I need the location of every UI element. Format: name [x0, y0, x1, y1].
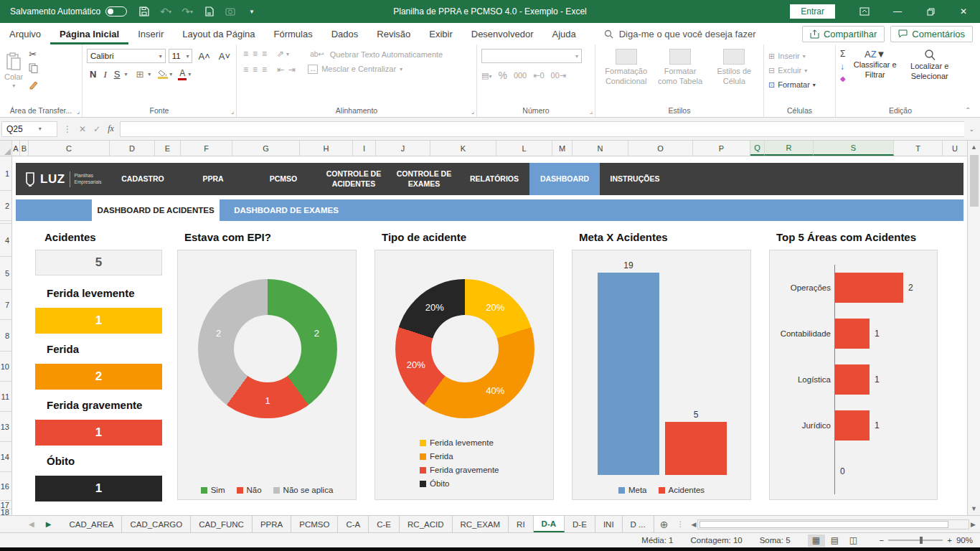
chart-top5-card[interactable]: Operações 2 Contabilidade 1 Logística 1 … — [769, 250, 938, 500]
row-header[interactable]: 7 — [0, 290, 11, 320]
font-name-select[interactable]: Calibri▾ — [87, 49, 166, 63]
column-header[interactable]: O — [628, 141, 693, 156]
insert-function-icon[interactable]: fx — [108, 123, 114, 134]
column-header-selected[interactable]: S — [814, 141, 894, 156]
hscroll-right-icon[interactable]: ▶ — [971, 521, 976, 528]
column-header[interactable]: D — [110, 141, 155, 156]
page-layout-view-icon[interactable]: ▤ — [826, 534, 844, 547]
page-break-view-icon[interactable]: ◫ — [845, 534, 862, 547]
tab-ajuda[interactable]: Ajuda — [542, 23, 585, 44]
nav-item-dashboard[interactable]: DASHBOARD — [529, 163, 600, 195]
column-header[interactable]: I — [353, 141, 376, 156]
cell-styles-button[interactable]: Estilos de Célula — [708, 49, 760, 104]
grow-font-icon[interactable]: A˄ — [195, 51, 212, 62]
scroll-down-icon[interactable]: ▼ — [968, 502, 980, 515]
print-preview-icon[interactable] — [203, 6, 215, 17]
percent-style-icon[interactable]: % — [498, 70, 507, 81]
vertical-scroll-thumb[interactable] — [970, 155, 979, 207]
fill-color-icon[interactable] — [158, 70, 168, 79]
clear-icon[interactable]: ◆ — [840, 75, 846, 83]
select-all-corner[interactable] — [0, 141, 12, 156]
column-header[interactable]: T — [894, 141, 943, 156]
row-header[interactable]: 18 — [0, 509, 11, 515]
chart-tipo-card[interactable]: 20%40%20%20% Ferida levemente Ferida Fer… — [374, 250, 554, 500]
hscroll-left-icon[interactable]: ◀ — [691, 521, 696, 528]
sheet-tab[interactable]: C-A — [338, 516, 369, 532]
nav-item-controle-de-exames[interactable]: CONTROLE DE EXAMES — [389, 163, 459, 195]
camera-icon[interactable] — [225, 6, 236, 17]
subtab-dashboard-de-acidentes[interactable]: DASHBOARD DE ACIDENTES — [92, 199, 220, 221]
column-header[interactable]: L — [496, 141, 552, 156]
column-header[interactable]: P — [693, 141, 750, 156]
underline-caret-icon[interactable]: ▾ — [124, 71, 127, 77]
increase-decimal-icon[interactable]: ⇤0 — [533, 71, 544, 80]
row-header[interactable]: 1 — [0, 156, 11, 191]
paste-button[interactable]: Colar▾ — [4, 52, 23, 89]
scroll-up-icon[interactable]: ▲ — [968, 141, 980, 154]
zoom-slider-thumb[interactable] — [920, 537, 923, 544]
align-middle-icon[interactable]: ≡ — [250, 49, 260, 59]
shrink-font-icon[interactable]: A˅ — [216, 51, 233, 62]
align-left-icon[interactable]: ≡ — [241, 65, 250, 75]
row-header[interactable]: 11 — [0, 382, 11, 412]
sheet-tab[interactable]: D ... — [623, 516, 654, 532]
align-bottom-icon[interactable]: ≡ — [260, 49, 269, 59]
tab-dados[interactable]: Dados — [322, 23, 368, 44]
column-header[interactable]: B — [20, 141, 29, 156]
nav-item-ppra[interactable]: PPRA — [178, 163, 248, 195]
column-header[interactable]: F — [181, 141, 232, 156]
italic-button[interactable]: I — [100, 69, 109, 80]
tab-revisao[interactable]: Revisão — [367, 23, 420, 44]
column-header-selected[interactable]: R — [765, 141, 814, 156]
sheet-tab[interactable]: PPRA — [253, 516, 291, 532]
conditional-formatting-button[interactable]: Formatação Condicional — [600, 49, 652, 104]
zoom-slider[interactable] — [888, 540, 943, 541]
zoom-out-icon[interactable]: − — [880, 536, 885, 545]
restore-button[interactable] — [914, 0, 947, 23]
horizontal-scroll-thumb[interactable] — [699, 521, 948, 528]
sheet-tab[interactable]: D-E — [565, 516, 595, 532]
collapse-ribbon-icon[interactable]: ⌃ — [965, 44, 969, 117]
align-center-icon[interactable]: ≡ — [250, 65, 260, 75]
increase-indent-icon[interactable]: ⇥ — [286, 65, 298, 75]
undo-icon[interactable]: ↶▾ — [160, 6, 171, 17]
share-button[interactable]: Compartilhar — [802, 26, 885, 42]
row-header[interactable]: 13 — [0, 412, 11, 442]
sheet-tab[interactable]: INI — [595, 516, 623, 532]
sheet-tab[interactable]: CAD_AREA — [61, 516, 122, 532]
cut-icon[interactable]: ✂ — [29, 49, 39, 60]
sort-filter-button[interactable]: AZ▼ Classificar e Filtrar — [850, 49, 900, 80]
zoom-in-icon[interactable]: + — [947, 536, 952, 545]
close-button[interactable]: ✕ — [947, 0, 980, 23]
expand-formula-bar-icon[interactable]: ⌄ — [964, 126, 979, 133]
sheet-tab[interactable]: RC_ACID — [400, 516, 452, 532]
row-header[interactable]: 4 — [0, 224, 11, 257]
normal-view-icon[interactable]: ▦ — [808, 534, 825, 547]
column-header[interactable]: E — [155, 141, 181, 156]
orientation-icon[interactable]: ⇗ — [275, 49, 286, 59]
chart-meta-card[interactable]: 19 5 Meta Acidentes — [572, 250, 751, 500]
format-cells-button[interactable]: ⊡Formatar▾ — [768, 77, 832, 92]
tell-me-search[interactable]: Diga-me o que você deseja fazer — [604, 29, 756, 39]
horizontal-scrollbar[interactable]: ◀ ▶ — [691, 516, 980, 532]
column-header-selected[interactable]: Q — [750, 141, 765, 156]
tab-formulas[interactable]: Fórmulas — [265, 23, 322, 44]
column-header[interactable]: A — [12, 141, 20, 156]
column-header[interactable]: G — [232, 141, 300, 156]
row-header[interactable]: 8 — [0, 320, 11, 352]
comments-button[interactable]: Comentários — [890, 26, 973, 42]
decrease-decimal-icon[interactable]: 00⇥ — [551, 71, 566, 80]
align-right-icon[interactable]: ≡ — [260, 65, 269, 75]
subtab-dashboard-de-exames[interactable]: DASHBOARD DE EXAMES — [225, 199, 347, 221]
merge-center-button[interactable]: ↔ Mesclar e Centralizar▾ — [308, 65, 443, 74]
name-box[interactable]: Q25▾ — [1, 121, 57, 137]
vertical-scrollbar[interactable]: ▲ ▼ — [967, 141, 980, 515]
sheet-tab[interactable]: PCMSO — [291, 516, 338, 532]
nav-item-relatorios[interactable]: RELATÓRIOS — [459, 163, 529, 195]
sheet-tab-active[interactable]: D-A — [534, 516, 565, 532]
formula-input[interactable] — [120, 121, 965, 137]
sheet-nav-left-icon[interactable]: ◀ — [29, 520, 34, 528]
align-top-icon[interactable]: ≡ — [241, 49, 250, 59]
redo-icon[interactable]: ↷▾ — [182, 6, 193, 17]
column-header[interactable]: H — [300, 141, 353, 156]
